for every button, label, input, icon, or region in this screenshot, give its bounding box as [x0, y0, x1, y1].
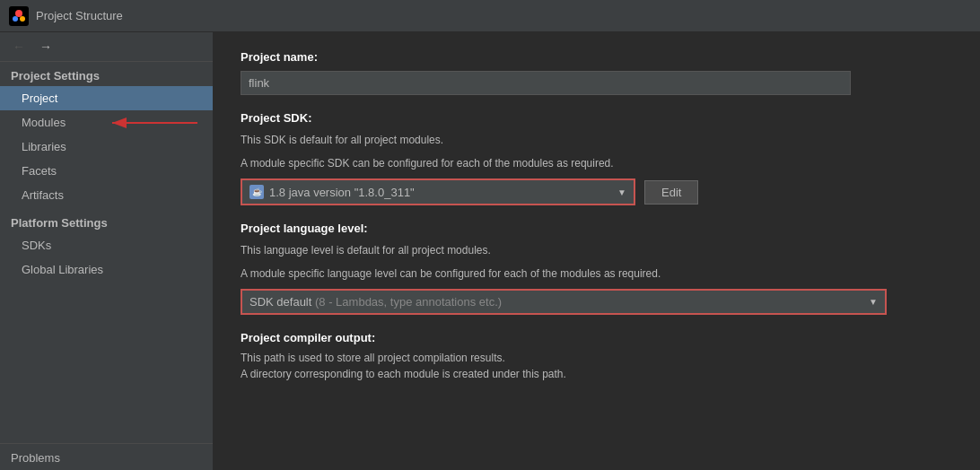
- lang-level-desc2: A module specific language level can be …: [241, 265, 953, 282]
- lang-level-section: Project language level: This language le…: [241, 222, 953, 315]
- sidebar-item-libraries[interactable]: Libraries: [0, 135, 213, 159]
- project-name-input[interactable]: [241, 71, 851, 95]
- sdk-label: Project SDK:: [241, 111, 953, 125]
- back-button[interactable]: ←: [9, 38, 29, 56]
- svg-point-2: [13, 16, 18, 22]
- sdk-desc2: A module specific SDK can be configured …: [241, 155, 953, 171]
- sdk-desc1: This SDK is default for all project modu…: [241, 132, 953, 148]
- sdk-row: ☕ 1.8 java version "1.8.0_311" ▼ Edit: [241, 178, 953, 205]
- svg-point-3: [20, 16, 25, 22]
- title-bar: Project Structure: [0, 0, 980, 32]
- compiler-output-section: Project compiler output: This path is us…: [241, 331, 953, 382]
- lang-level-hint: (8 - Lambdas, type annotations etc.): [315, 295, 502, 309]
- lang-level-label: Project language level:: [241, 222, 953, 235]
- lang-level-dropdown[interactable]: SDK default (8 - Lambdas, type annotatio…: [241, 289, 887, 315]
- sidebar-item-problems[interactable]: Problems: [0, 443, 213, 470]
- lang-level-desc1: This language level is default for all p…: [241, 242, 953, 258]
- sidebar-item-sdks[interactable]: SDKs: [0, 233, 213, 257]
- sidebar-item-facets[interactable]: Facets: [0, 159, 213, 183]
- platform-settings-header: Platform Settings: [0, 207, 213, 233]
- svg-point-1: [15, 10, 22, 17]
- sidebar-item-modules[interactable]: Modules: [0, 110, 213, 135]
- lang-level-value: SDK default (8 - Lambdas, type annotatio…: [249, 295, 502, 309]
- content-area: Project name: Project SDK: This SDK is d…: [214, 32, 980, 470]
- sdk-dropdown-arrow: ▼: [617, 187, 626, 197]
- nav-arrows: ← →: [0, 32, 213, 62]
- sdk-icon: ☕: [249, 185, 264, 199]
- sidebar: ← → Project Settings Project Modules Lib…: [0, 32, 214, 470]
- sdk-dropdown[interactable]: ☕ 1.8 java version "1.8.0_311" ▼: [241, 178, 635, 205]
- compiler-output-label: Project compiler output:: [241, 331, 953, 344]
- main-container: ← → Project Settings Project Modules Lib…: [0, 32, 980, 470]
- edit-button[interactable]: Edit: [644, 180, 698, 205]
- sidebar-item-global-libraries[interactable]: Global Libraries: [0, 257, 213, 282]
- sidebar-item-project[interactable]: Project: [0, 86, 213, 110]
- forward-button[interactable]: →: [36, 38, 56, 56]
- sidebar-item-artifacts[interactable]: Artifacts: [0, 183, 213, 207]
- compiler-output-desc1: This path is used to store all project c…: [241, 350, 953, 366]
- project-settings-header: Project Settings: [0, 62, 213, 86]
- project-name-label: Project name:: [241, 50, 953, 64]
- sdk-dropdown-inner: ☕ 1.8 java version "1.8.0_311": [249, 185, 415, 199]
- compiler-output-desc2: A directory corresponding to each module…: [241, 366, 953, 382]
- app-logo: [9, 6, 29, 26]
- sdk-section: Project SDK: This SDK is default for all…: [241, 111, 953, 205]
- lang-level-dropdown-arrow: ▼: [869, 297, 878, 307]
- title-text: Project Structure: [36, 9, 123, 22]
- sdk-value: 1.8 java version "1.8.0_311": [269, 186, 415, 199]
